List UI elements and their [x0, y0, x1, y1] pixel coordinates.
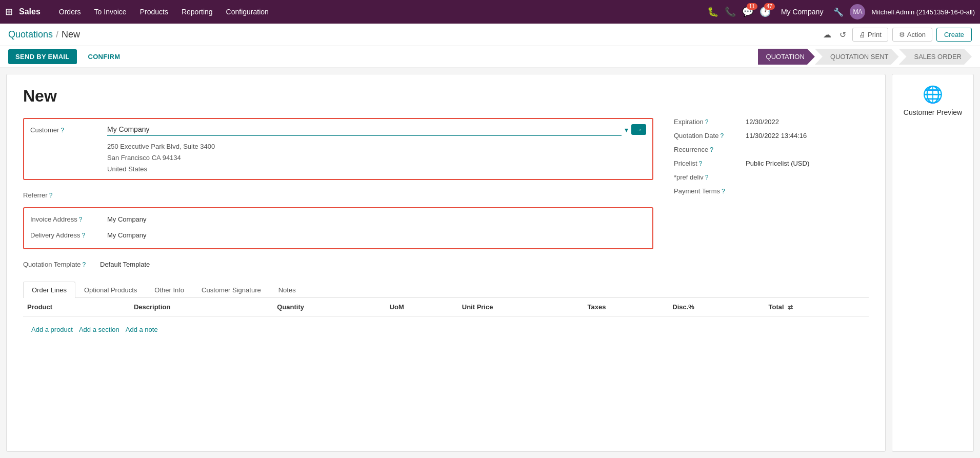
quotation-date-help[interactable]: ? — [720, 132, 724, 140]
quotation-template-row: Quotation Template ? Default Template — [23, 257, 653, 268]
add-section-link[interactable]: Add a section — [79, 326, 119, 333]
delivery-address-help[interactable]: ? — [82, 232, 86, 239]
nav-products[interactable]: Products — [135, 6, 173, 18]
invoice-address-row: Invoice Address ? My Company — [30, 212, 646, 223]
table-header-row: Product Description Quantity UoM Unit Pr… — [23, 298, 869, 316]
invoice-address-help[interactable]: ? — [79, 216, 83, 223]
breadcrumb-current: New — [62, 29, 80, 40]
col-disc: Disc.% — [668, 298, 764, 316]
tab-other-info[interactable]: Other Info — [146, 282, 193, 298]
customer-dropdown-arrow[interactable]: ▾ — [625, 126, 628, 134]
pricelist-help[interactable]: ? — [699, 160, 703, 167]
breadcrumb-parent[interactable]: Quotations — [8, 29, 53, 40]
customer-preview-label[interactable]: Customer Preview — [904, 108, 962, 116]
delivery-address-label: Delivery Address ? — [30, 228, 107, 239]
nav-orders[interactable]: Orders — [54, 6, 86, 18]
referrer-help-icon[interactable]: ? — [49, 192, 53, 199]
expiration-label: Expiration ? — [674, 118, 746, 126]
col-uom: UoM — [386, 298, 458, 316]
pricelist-value[interactable]: Public Pricelist (USD) — [746, 160, 809, 167]
referrer-label-text: Referrer — [23, 191, 48, 199]
form-area: New Customer ? ▾ → — [6, 74, 886, 452]
invoice-address-value[interactable]: My Company — [107, 212, 646, 223]
activity-badge: 47 — [764, 3, 775, 10]
bug-icon[interactable]: 🐛 — [707, 6, 718, 17]
customer-label-text: Customer — [30, 126, 59, 134]
quotation-date-row: Quotation Date ? 11/30/2022 13:44:16 — [674, 132, 869, 140]
grid-icon[interactable]: ⊞ — [5, 6, 13, 17]
tab-notes[interactable]: Notes — [270, 282, 305, 298]
expiration-row: Expiration ? 12/30/2022 — [674, 118, 869, 126]
customer-preview-sidebar: 🌐 Customer Preview — [892, 74, 974, 452]
quotation-date-value[interactable]: 11/30/2022 13:44:16 — [746, 132, 807, 140]
add-product-link[interactable]: Add a product — [31, 326, 73, 333]
pref-deliv-label-text: *pref deliv — [674, 173, 704, 181]
recurrence-help[interactable]: ? — [710, 146, 713, 153]
gear-icon: ⚙ — [899, 31, 905, 38]
invoice-address-label: Invoice Address ? — [30, 212, 107, 223]
tab-customer-signature[interactable]: Customer Signature — [193, 282, 270, 298]
breadcrumb-separator: / — [56, 29, 58, 40]
create-button[interactable]: Create — [936, 28, 972, 42]
clock-icon[interactable]: 🕐 47 — [759, 6, 771, 17]
sort-icon[interactable]: ⇄ — [788, 304, 793, 311]
phone-icon[interactable]: 📞 — [725, 6, 736, 17]
payment-terms-help[interactable]: ? — [722, 188, 725, 195]
customer-input[interactable] — [107, 123, 622, 136]
customer-box: Customer ? ▾ → 250 Executive Park Blvd, … — [23, 118, 653, 180]
expiration-help[interactable]: ? — [705, 118, 709, 126]
avatar[interactable]: MA — [850, 4, 865, 19]
quotation-template-label: Quotation Template ? — [23, 257, 100, 268]
upload-icon[interactable]: ☁ — [821, 28, 833, 42]
step-quotation[interactable]: QUOTATION — [758, 49, 815, 65]
address-box: Invoice Address ? My Company Delivery Ad… — [23, 207, 653, 249]
pricelist-row: Pricelist ? Public Pricelist (USD) — [674, 160, 869, 167]
delivery-address-label-text: Delivery Address — [30, 231, 81, 239]
customer-address-line2: San Francisco CA 94134 — [107, 152, 646, 164]
globe-icon[interactable]: 🌐 — [923, 85, 943, 104]
tab-optional-products[interactable]: Optional Products — [75, 282, 146, 298]
nav-to-invoice[interactable]: To Invoice — [89, 6, 132, 18]
action-label: Action — [907, 31, 926, 38]
invoice-address-label-text: Invoice Address — [30, 215, 77, 223]
pref-deliv-help[interactable]: ? — [705, 174, 709, 181]
customer-help-icon[interactable]: ? — [61, 127, 64, 134]
step-quotation-sent-label: QUOTATION SENT — [830, 53, 889, 61]
undo-icon[interactable]: ↺ — [837, 28, 848, 42]
chat-icon[interactable]: 💬 11 — [742, 6, 753, 17]
form-left-column: Customer ? ▾ → 250 Executive Park Blvd, … — [23, 118, 653, 273]
action-button[interactable]: ⚙ Action — [892, 28, 932, 42]
expiration-label-text: Expiration — [674, 118, 704, 126]
expiration-value[interactable]: 12/30/2022 — [746, 118, 779, 126]
step-quotation-label: QUOTATION — [766, 53, 805, 61]
col-taxes: Taxes — [584, 298, 669, 316]
confirm-button[interactable]: CONFIRM — [81, 49, 128, 64]
add-note-link[interactable]: Add a note — [126, 326, 158, 333]
company-name[interactable]: My Company — [781, 8, 823, 16]
form-title: New — [23, 87, 869, 106]
quotation-template-help[interactable]: ? — [83, 261, 86, 268]
delivery-address-row: Delivery Address ? My Company — [30, 228, 646, 239]
nav-reporting[interactable]: Reporting — [176, 6, 218, 18]
app-name[interactable]: Sales — [19, 7, 41, 16]
order-table: Product Description Quantity UoM Unit Pr… — [23, 298, 869, 343]
quotation-date-label: Quotation Date ? — [674, 132, 746, 140]
quotation-template-value[interactable]: Default Template — [100, 257, 653, 268]
main-content: New Customer ? ▾ → — [0, 68, 980, 458]
secondary-navigation: Quotations / New ☁ ↺ 🖨 Print ⚙ Action Cr… — [0, 24, 980, 46]
settings-icon[interactable]: 🔧 — [833, 7, 844, 17]
table-actions-cell: Add a product Add a section Add a note — [23, 316, 869, 343]
step-sales-order[interactable]: SALES ORDER — [899, 49, 972, 65]
tab-other-info-label: Other Info — [154, 286, 184, 294]
col-description: Description — [130, 298, 273, 316]
payment-terms-label-text: Payment Terms — [674, 187, 720, 195]
table-actions-row: Add a product Add a section Add a note — [23, 316, 869, 343]
send-email-button[interactable]: SEND BY EMAIL — [8, 49, 77, 64]
print-button[interactable]: 🖨 Print — [852, 28, 888, 42]
tab-order-lines[interactable]: Order Lines — [23, 282, 75, 298]
delivery-address-value[interactable]: My Company — [107, 228, 646, 239]
customer-external-link[interactable]: → — [631, 124, 646, 135]
tab-order-lines-label: Order Lines — [32, 286, 67, 294]
step-quotation-sent[interactable]: QUOTATION SENT — [815, 49, 899, 65]
nav-configuration[interactable]: Configuration — [221, 6, 274, 18]
